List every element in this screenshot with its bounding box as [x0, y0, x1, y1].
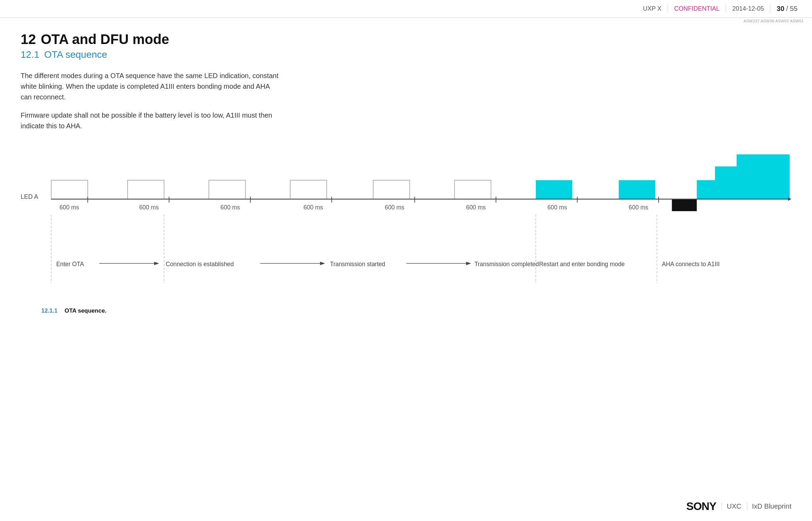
svg-rect-9: [715, 166, 790, 180]
body-paragraph-2: Firmware update shall not be possible if…: [21, 110, 282, 131]
svg-rect-1: [128, 180, 164, 199]
svg-rect-4: [373, 180, 410, 199]
caption-text: OTA sequence.: [65, 307, 107, 314]
svg-text:Transmission completed: Transmission completed: [474, 261, 539, 268]
svg-marker-39: [320, 262, 325, 265]
svg-text:600 ms: 600 ms: [548, 204, 567, 211]
header-confidential: CONFIDENTIAL: [668, 5, 726, 12]
svg-text:Restart and enter bonding mode: Restart and enter bonding mode: [539, 261, 625, 268]
caption-number: 12.1.1: [41, 307, 57, 314]
svg-text:AHA connects to A1III: AHA connects to A1III: [662, 261, 720, 268]
svg-text:600 ms: 600 ms: [59, 204, 79, 211]
page-header: UXP X CONFIDENTIAL 2014-12-05 30 / 55: [0, 0, 812, 18]
svg-text:600 ms: 600 ms: [466, 204, 486, 211]
current-page: 30: [777, 5, 784, 12]
main-content: 12 OTA and DFU mode 12.1 OTA sequence Th…: [0, 18, 812, 328]
section-name: OTA and DFU mode: [41, 32, 169, 47]
caption-area: 12.1.1 OTA sequence.: [21, 307, 791, 314]
total-pages: 55: [790, 5, 798, 12]
section-heading: 12 OTA and DFU mode: [21, 32, 791, 47]
header-page-number: 30 / 55: [770, 5, 804, 13]
svg-text:600 ms: 600 ms: [139, 204, 159, 211]
footer-sony: SONY: [686, 500, 716, 513]
svg-marker-36: [154, 262, 159, 265]
svg-rect-10: [737, 154, 790, 166]
svg-rect-11: [672, 199, 697, 211]
subsection-number: 12.1: [21, 49, 40, 60]
svg-rect-2: [209, 180, 245, 199]
page-separator: /: [786, 5, 790, 12]
led-label: LED A: [21, 193, 38, 200]
svg-rect-0: [51, 180, 88, 199]
footer-ixd: IxD Blueprint: [747, 502, 792, 510]
header-date: 2014-12-05: [726, 5, 770, 12]
subsection-heading: 12.1 OTA sequence: [21, 49, 791, 60]
footer-uxc: UXC: [722, 502, 741, 510]
timeline-svg: 600 ms 600 ms 600 ms 600 ms 600 ms 600 m…: [41, 139, 791, 297]
diagram-area: LED A: [21, 139, 791, 297]
svg-text:Transmission started: Transmission started: [330, 261, 385, 268]
svg-rect-6: [536, 180, 572, 199]
svg-rect-7: [619, 180, 655, 199]
doc-codes: ASW237 ASW36 ASW02 ASW01: [744, 19, 804, 23]
subsection-name: OTA sequence: [44, 49, 107, 60]
svg-rect-8: [697, 180, 790, 199]
header-meta: UXP X CONFIDENTIAL 2014-12-05 30 / 55: [637, 5, 804, 13]
svg-text:Enter OTA: Enter OTA: [56, 261, 84, 268]
body-paragraph-1: The different modes during a OTA sequenc…: [21, 70, 282, 102]
svg-text:600 ms: 600 ms: [303, 204, 323, 211]
svg-marker-42: [466, 262, 471, 265]
page-footer: SONY UXC IxD Blueprint: [686, 500, 791, 513]
svg-text:600 ms: 600 ms: [385, 204, 404, 211]
svg-text:Connection is established: Connection is established: [166, 261, 234, 268]
header-uxp: UXP X: [637, 5, 668, 12]
svg-text:600 ms: 600 ms: [629, 204, 648, 211]
svg-rect-5: [454, 180, 491, 199]
section-number: 12: [21, 32, 36, 47]
svg-text:600 ms: 600 ms: [220, 204, 240, 211]
svg-rect-3: [290, 180, 327, 199]
